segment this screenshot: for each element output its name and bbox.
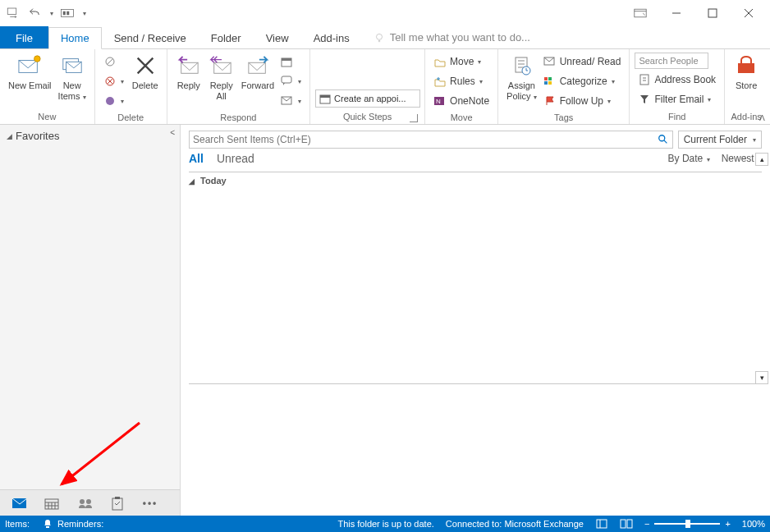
qat-customize-dropdown[interactable]: ▾ (79, 3, 89, 23)
svg-rect-23 (282, 76, 291, 83)
search-icon[interactable] (658, 134, 669, 145)
ribbon-display-options-icon[interactable] (622, 2, 658, 25)
svg-rect-3 (66, 11, 69, 16)
filter-all[interactable]: All (189, 152, 204, 165)
nav-more-icon[interactable]: ••• (143, 496, 158, 511)
qat-send-receive-icon[interactable] (3, 3, 23, 23)
search-people-input[interactable]: Search People (635, 53, 708, 69)
reply-all-button[interactable]: ReplyAll (205, 51, 238, 101)
collapse-ribbon-icon[interactable]: ᐱ (759, 113, 765, 122)
rules-button[interactable]: Rules▾ (430, 72, 493, 90)
status-reminders[interactable]: Reminders: (41, 518, 103, 530)
meeting-icon (281, 55, 294, 68)
group-header-today[interactable]: ◢ Today (189, 172, 762, 186)
qat-touch-mode-icon[interactable] (57, 3, 77, 23)
nav-mail-icon[interactable] (11, 496, 26, 511)
qat-undo-icon[interactable] (25, 3, 44, 23)
scroll-down-button[interactable]: ▾ (755, 371, 768, 384)
status-items: Items: (5, 519, 30, 529)
collapse-nav-icon[interactable]: < (170, 128, 175, 137)
categorize-button[interactable]: Categorize▾ (540, 72, 625, 90)
tab-view[interactable]: View (254, 26, 301, 48)
svg-rect-20 (249, 62, 265, 73)
svg-rect-42 (115, 497, 120, 499)
search-input[interactable]: Search Sent Items (Ctrl+E) (189, 131, 673, 149)
content-area: < ◢Favorites ••• Search Sent Items (Ctrl… (0, 125, 770, 516)
filter-email-button[interactable]: Filter Email▾ (635, 90, 719, 108)
triangle-down-icon: ◢ (7, 132, 12, 140)
favorites-header[interactable]: ◢Favorites (0, 125, 180, 147)
new-items-icon (59, 53, 85, 79)
tab-addins[interactable]: Add-ins (301, 26, 362, 48)
scroll-up-button[interactable]: ▴ (755, 153, 768, 166)
assign-policy-button[interactable]: AssignPolicy ▾ (503, 51, 540, 101)
delete-button[interactable]: Delete (129, 51, 162, 91)
svg-rect-4 (635, 9, 646, 17)
im-button[interactable]: ▾ (277, 72, 305, 90)
filter-unread[interactable]: Unread (217, 152, 254, 165)
nav-calendar-icon[interactable] (44, 496, 59, 511)
svg-text:N: N (436, 98, 441, 105)
zoom-slider[interactable]: − + (644, 519, 731, 529)
svg-line-13 (107, 58, 113, 65)
forward-button[interactable]: Forward (238, 51, 277, 91)
view-normal-icon[interactable] (595, 518, 608, 530)
tab-home[interactable]: Home (48, 27, 102, 49)
cleanup-button[interactable]: ▾ (100, 92, 127, 110)
categorize-icon (543, 75, 557, 88)
ribbon-group-find: Search People Address Book Filter Email▾… (630, 49, 725, 124)
flag-icon (543, 94, 557, 108)
qat-undo-dropdown[interactable]: ▾ (46, 3, 56, 23)
svg-rect-48 (621, 520, 626, 528)
reply-all-icon (209, 53, 235, 79)
reply-button[interactable]: Reply (172, 51, 205, 91)
more-respond-button[interactable]: ▾ (277, 92, 305, 110)
zoom-track[interactable] (654, 523, 720, 525)
ribbon-group-respond: Reply ReplyAll Forward ▾ ▾ Respond (167, 49, 310, 124)
ignore-button[interactable] (100, 53, 127, 71)
sort-by-date[interactable]: By Date ▾ (668, 153, 710, 164)
nav-tasks-icon[interactable] (110, 496, 125, 511)
tab-send-receive[interactable]: Send / Receive (102, 26, 199, 48)
zoom-percent[interactable]: 100% (742, 519, 765, 529)
tell-me-search[interactable]: Tell me what you want to do... (374, 26, 530, 48)
junk-button[interactable]: ▾ (100, 72, 127, 90)
message-list-pane: Search Sent Items (Ctrl+E) Current Folde… (181, 125, 770, 516)
ribbon: New Email NewItems ▾ New ▾ ▾ Delete Dele… (0, 49, 770, 125)
ribbon-group-new: New Email NewItems ▾ New (0, 49, 95, 124)
lightbulb-icon (374, 32, 385, 44)
zoom-out-icon[interactable]: − (644, 519, 649, 529)
quickstep-create-appointment[interactable]: Create an appoi... (315, 89, 420, 108)
ribbon-group-move: Move▾ Rules▾ NOneNote Move (425, 49, 498, 124)
zoom-in-icon[interactable]: + (725, 519, 730, 529)
new-email-button[interactable]: New Email (5, 51, 55, 91)
tab-file[interactable]: File (0, 26, 48, 48)
status-folder-sync: This folder is up to date. (337, 519, 433, 529)
meeting-button[interactable] (277, 53, 305, 71)
svg-rect-32 (544, 77, 548, 80)
svg-rect-45 (46, 526, 49, 528)
window-maximize-button[interactable] (694, 2, 731, 25)
svg-rect-34 (544, 81, 548, 85)
address-book-button[interactable]: Address Book (635, 71, 719, 89)
store-icon (733, 53, 759, 79)
nav-switcher: ••• (0, 489, 180, 516)
onenote-button[interactable]: NOneNote (430, 92, 493, 110)
forward-icon (245, 53, 271, 79)
follow-up-button[interactable]: Follow Up▾ (540, 92, 625, 110)
new-items-button[interactable]: NewItems ▾ (55, 51, 89, 101)
unread-read-button[interactable]: Unread/ Read (540, 53, 625, 71)
svg-rect-0 (7, 8, 16, 15)
view-reading-icon[interactable] (620, 518, 633, 530)
search-scope-dropdown[interactable]: Current Folder▾ (678, 131, 762, 149)
window-minimize-button[interactable] (658, 2, 694, 25)
move-button[interactable]: Move▾ (430, 53, 493, 71)
rules-icon (433, 75, 447, 88)
move-icon (433, 55, 447, 68)
nav-people-icon[interactable] (77, 496, 92, 511)
dialog-launcher-icon[interactable] (410, 114, 418, 122)
store-button[interactable]: Store (730, 51, 763, 91)
svg-rect-6 (708, 9, 717, 17)
window-close-button[interactable] (731, 2, 767, 25)
tab-folder[interactable]: Folder (199, 26, 254, 48)
